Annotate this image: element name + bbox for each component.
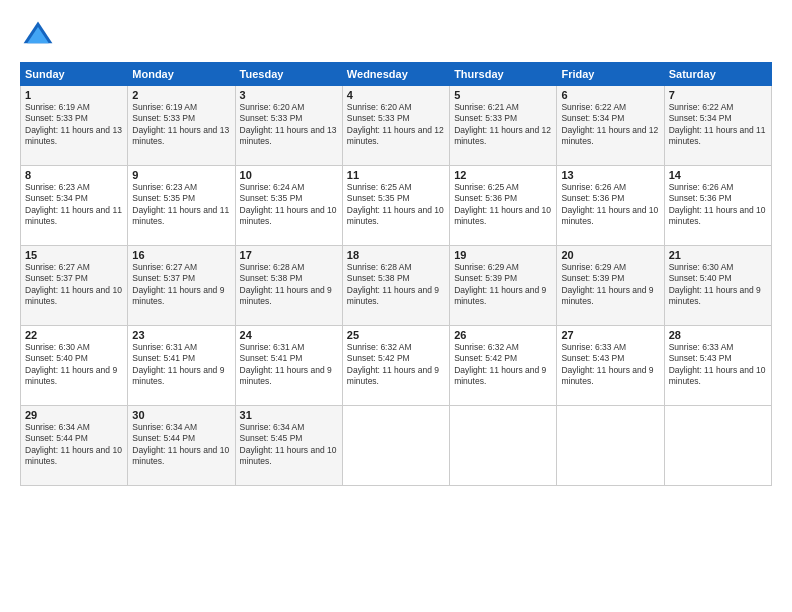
day-number: 4: [347, 89, 445, 101]
day-number: 7: [669, 89, 767, 101]
logo: [20, 18, 60, 54]
day-info: Sunrise: 6:30 AMSunset: 5:40 PMDaylight:…: [25, 342, 123, 388]
day-number: 9: [132, 169, 230, 181]
calendar-cell: 3 Sunrise: 6:20 AMSunset: 5:33 PMDayligh…: [235, 86, 342, 166]
calendar-cell: 27 Sunrise: 6:33 AMSunset: 5:43 PMDaylig…: [557, 326, 664, 406]
day-info: Sunrise: 6:19 AMSunset: 5:33 PMDaylight:…: [132, 102, 230, 148]
calendar-cell: 4 Sunrise: 6:20 AMSunset: 5:33 PMDayligh…: [342, 86, 449, 166]
calendar-cell: 24 Sunrise: 6:31 AMSunset: 5:41 PMDaylig…: [235, 326, 342, 406]
day-number: 3: [240, 89, 338, 101]
day-info: Sunrise: 6:27 AMSunset: 5:37 PMDaylight:…: [25, 262, 123, 308]
day-info: Sunrise: 6:28 AMSunset: 5:38 PMDaylight:…: [347, 262, 445, 308]
day-number: 30: [132, 409, 230, 421]
day-number: 23: [132, 329, 230, 341]
calendar-cell: [342, 406, 449, 486]
day-info: Sunrise: 6:28 AMSunset: 5:38 PMDaylight:…: [240, 262, 338, 308]
day-number: 12: [454, 169, 552, 181]
logo-icon: [20, 18, 56, 54]
calendar-cell: 6 Sunrise: 6:22 AMSunset: 5:34 PMDayligh…: [557, 86, 664, 166]
calendar-cell: 28 Sunrise: 6:33 AMSunset: 5:43 PMDaylig…: [664, 326, 771, 406]
day-info: Sunrise: 6:33 AMSunset: 5:43 PMDaylight:…: [561, 342, 659, 388]
calendar-cell: 25 Sunrise: 6:32 AMSunset: 5:42 PMDaylig…: [342, 326, 449, 406]
page: SundayMondayTuesdayWednesdayThursdayFrid…: [0, 0, 792, 612]
day-info: Sunrise: 6:26 AMSunset: 5:36 PMDaylight:…: [561, 182, 659, 228]
day-info: Sunrise: 6:34 AMSunset: 5:44 PMDaylight:…: [132, 422, 230, 468]
day-number: 8: [25, 169, 123, 181]
day-info: Sunrise: 6:29 AMSunset: 5:39 PMDaylight:…: [561, 262, 659, 308]
day-info: Sunrise: 6:33 AMSunset: 5:43 PMDaylight:…: [669, 342, 767, 388]
day-info: Sunrise: 6:25 AMSunset: 5:36 PMDaylight:…: [454, 182, 552, 228]
day-number: 22: [25, 329, 123, 341]
header: [20, 18, 772, 54]
calendar-cell: [557, 406, 664, 486]
day-number: 17: [240, 249, 338, 261]
weekday-header-thursday: Thursday: [450, 63, 557, 86]
calendar-cell: 7 Sunrise: 6:22 AMSunset: 5:34 PMDayligh…: [664, 86, 771, 166]
day-number: 19: [454, 249, 552, 261]
calendar-table: SundayMondayTuesdayWednesdayThursdayFrid…: [20, 62, 772, 486]
weekday-header-friday: Friday: [557, 63, 664, 86]
day-number: 20: [561, 249, 659, 261]
calendar-cell: 20 Sunrise: 6:29 AMSunset: 5:39 PMDaylig…: [557, 246, 664, 326]
calendar-cell: 19 Sunrise: 6:29 AMSunset: 5:39 PMDaylig…: [450, 246, 557, 326]
calendar-cell: 11 Sunrise: 6:25 AMSunset: 5:35 PMDaylig…: [342, 166, 449, 246]
day-number: 16: [132, 249, 230, 261]
calendar-body: 1 Sunrise: 6:19 AMSunset: 5:33 PMDayligh…: [21, 86, 772, 486]
calendar-cell: 30 Sunrise: 6:34 AMSunset: 5:44 PMDaylig…: [128, 406, 235, 486]
calendar-cell: 22 Sunrise: 6:30 AMSunset: 5:40 PMDaylig…: [21, 326, 128, 406]
day-info: Sunrise: 6:32 AMSunset: 5:42 PMDaylight:…: [454, 342, 552, 388]
week-row-3: 22 Sunrise: 6:30 AMSunset: 5:40 PMDaylig…: [21, 326, 772, 406]
day-info: Sunrise: 6:24 AMSunset: 5:35 PMDaylight:…: [240, 182, 338, 228]
week-row-2: 15 Sunrise: 6:27 AMSunset: 5:37 PMDaylig…: [21, 246, 772, 326]
week-row-0: 1 Sunrise: 6:19 AMSunset: 5:33 PMDayligh…: [21, 86, 772, 166]
day-number: 5: [454, 89, 552, 101]
day-number: 10: [240, 169, 338, 181]
weekday-header-monday: Monday: [128, 63, 235, 86]
day-info: Sunrise: 6:31 AMSunset: 5:41 PMDaylight:…: [132, 342, 230, 388]
day-info: Sunrise: 6:23 AMSunset: 5:35 PMDaylight:…: [132, 182, 230, 228]
day-number: 31: [240, 409, 338, 421]
calendar-cell: 5 Sunrise: 6:21 AMSunset: 5:33 PMDayligh…: [450, 86, 557, 166]
day-info: Sunrise: 6:32 AMSunset: 5:42 PMDaylight:…: [347, 342, 445, 388]
calendar-cell: 10 Sunrise: 6:24 AMSunset: 5:35 PMDaylig…: [235, 166, 342, 246]
day-number: 26: [454, 329, 552, 341]
weekday-header-wednesday: Wednesday: [342, 63, 449, 86]
day-info: Sunrise: 6:20 AMSunset: 5:33 PMDaylight:…: [347, 102, 445, 148]
calendar-cell: 14 Sunrise: 6:26 AMSunset: 5:36 PMDaylig…: [664, 166, 771, 246]
day-number: 27: [561, 329, 659, 341]
day-number: 1: [25, 89, 123, 101]
calendar-cell: 17 Sunrise: 6:28 AMSunset: 5:38 PMDaylig…: [235, 246, 342, 326]
calendar-cell: 29 Sunrise: 6:34 AMSunset: 5:44 PMDaylig…: [21, 406, 128, 486]
day-number: 24: [240, 329, 338, 341]
day-number: 21: [669, 249, 767, 261]
weekday-header-sunday: Sunday: [21, 63, 128, 86]
day-number: 13: [561, 169, 659, 181]
calendar-cell: 21 Sunrise: 6:30 AMSunset: 5:40 PMDaylig…: [664, 246, 771, 326]
day-number: 11: [347, 169, 445, 181]
calendar-cell: 9 Sunrise: 6:23 AMSunset: 5:35 PMDayligh…: [128, 166, 235, 246]
day-info: Sunrise: 6:31 AMSunset: 5:41 PMDaylight:…: [240, 342, 338, 388]
weekday-header-tuesday: Tuesday: [235, 63, 342, 86]
calendar-cell: 8 Sunrise: 6:23 AMSunset: 5:34 PMDayligh…: [21, 166, 128, 246]
day-number: 2: [132, 89, 230, 101]
day-number: 29: [25, 409, 123, 421]
weekday-header-row: SundayMondayTuesdayWednesdayThursdayFrid…: [21, 63, 772, 86]
day-info: Sunrise: 6:27 AMSunset: 5:37 PMDaylight:…: [132, 262, 230, 308]
week-row-4: 29 Sunrise: 6:34 AMSunset: 5:44 PMDaylig…: [21, 406, 772, 486]
calendar-cell: 18 Sunrise: 6:28 AMSunset: 5:38 PMDaylig…: [342, 246, 449, 326]
calendar-cell: 12 Sunrise: 6:25 AMSunset: 5:36 PMDaylig…: [450, 166, 557, 246]
day-number: 15: [25, 249, 123, 261]
day-info: Sunrise: 6:29 AMSunset: 5:39 PMDaylight:…: [454, 262, 552, 308]
day-info: Sunrise: 6:22 AMSunset: 5:34 PMDaylight:…: [561, 102, 659, 148]
calendar-cell: 16 Sunrise: 6:27 AMSunset: 5:37 PMDaylig…: [128, 246, 235, 326]
calendar-cell: 13 Sunrise: 6:26 AMSunset: 5:36 PMDaylig…: [557, 166, 664, 246]
day-info: Sunrise: 6:26 AMSunset: 5:36 PMDaylight:…: [669, 182, 767, 228]
calendar-cell: 2 Sunrise: 6:19 AMSunset: 5:33 PMDayligh…: [128, 86, 235, 166]
day-info: Sunrise: 6:20 AMSunset: 5:33 PMDaylight:…: [240, 102, 338, 148]
calendar-cell: [664, 406, 771, 486]
day-number: 14: [669, 169, 767, 181]
calendar-cell: 1 Sunrise: 6:19 AMSunset: 5:33 PMDayligh…: [21, 86, 128, 166]
day-info: Sunrise: 6:21 AMSunset: 5:33 PMDaylight:…: [454, 102, 552, 148]
day-number: 6: [561, 89, 659, 101]
weekday-header-saturday: Saturday: [664, 63, 771, 86]
